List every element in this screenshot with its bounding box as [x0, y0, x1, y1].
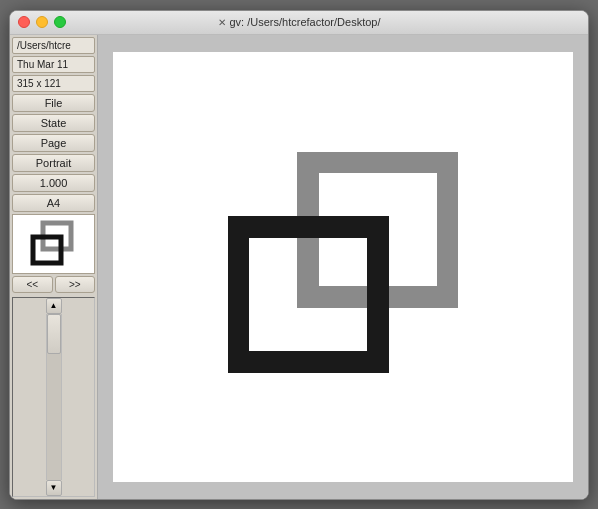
- portrait-button[interactable]: Portrait: [12, 154, 95, 172]
- close-button[interactable]: [18, 16, 30, 28]
- file-button[interactable]: File: [12, 94, 95, 112]
- vertical-scrollbar[interactable]: ▲ ▼: [12, 297, 95, 497]
- prev-button[interactable]: <<: [12, 276, 53, 293]
- thumbnail: [12, 214, 95, 274]
- minimize-button[interactable]: [36, 16, 48, 28]
- scroll-thumb[interactable]: [47, 314, 61, 354]
- sidebar: /Users/htcre Thu Mar 11 315 x 121 File S…: [10, 35, 98, 499]
- state-button[interactable]: State: [12, 114, 95, 132]
- path-info: /Users/htcre: [12, 37, 95, 54]
- title-icon: ✕: [218, 17, 226, 28]
- drawing-canvas: [228, 152, 458, 382]
- zoom-button[interactable]: 1.000: [12, 174, 95, 192]
- page-button[interactable]: Page: [12, 134, 95, 152]
- maximize-button[interactable]: [54, 16, 66, 28]
- traffic-lights: [18, 16, 66, 28]
- paper-button[interactable]: A4: [12, 194, 95, 212]
- title-text: gv: /Users/htcrefactor/Desktop/: [230, 16, 381, 28]
- canvas-background: [113, 52, 573, 482]
- scroll-track[interactable]: [46, 314, 62, 480]
- nav-buttons: << >>: [12, 276, 95, 293]
- window-content: /Users/htcre Thu Mar 11 315 x 121 File S…: [10, 35, 588, 499]
- scroll-down-arrow[interactable]: ▼: [46, 480, 62, 496]
- date-info: Thu Mar 11: [12, 56, 95, 73]
- thumbnail-preview: [29, 219, 79, 269]
- title-bar: ✕ gv: /Users/htcrefactor/Desktop/: [10, 11, 588, 35]
- next-button[interactable]: >>: [55, 276, 96, 293]
- main-window: ✕ gv: /Users/htcrefactor/Desktop/ /Users…: [9, 10, 589, 500]
- main-canvas-area: [98, 35, 588, 499]
- scroll-up-arrow[interactable]: ▲: [46, 298, 62, 314]
- window-title: ✕ gv: /Users/htcrefactor/Desktop/: [218, 16, 381, 28]
- dimensions-info: 315 x 121: [12, 75, 95, 92]
